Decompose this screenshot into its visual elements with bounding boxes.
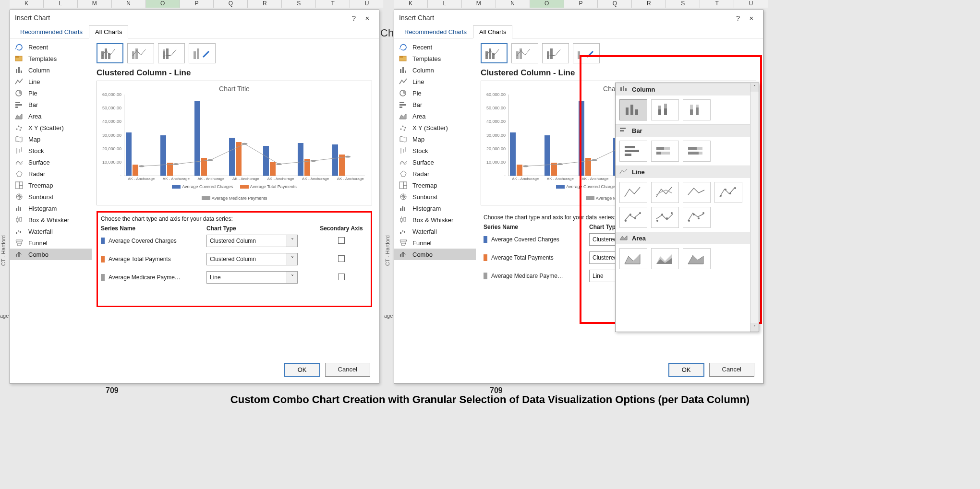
svg-point-145 <box>634 217 636 219</box>
sidebar-item-scatter[interactable]: X Y (Scatter) <box>394 122 476 133</box>
sidebar-item-line[interactable]: Line <box>394 76 476 87</box>
subtype-1[interactable] <box>97 43 123 63</box>
tab-all-charts[interactable]: All Charts <box>89 25 128 38</box>
chevron-down-icon[interactable]: ˅ <box>287 272 297 283</box>
sidebar-item-bar[interactable]: Bar <box>394 99 476 110</box>
subtype-2[interactable] <box>127 43 154 63</box>
sidebar-item-box[interactable]: Box & Whisker <box>394 214 476 226</box>
sidebar-item-waterfall[interactable]: Waterfall <box>394 226 476 237</box>
sidebar-item-column[interactable]: Column <box>10 64 92 76</box>
subtype-custom[interactable] <box>189 43 216 63</box>
sidebar-item-label: Recent <box>28 44 48 51</box>
help-button[interactable]: ? <box>731 14 745 22</box>
flyout-option-area-1[interactable] <box>651 248 679 269</box>
line-icon <box>15 78 24 85</box>
tab-all-charts[interactable]: All Charts <box>473 25 512 38</box>
subtype-2[interactable] <box>511 43 538 63</box>
secondary-axis-checkbox[interactable] <box>338 237 345 244</box>
flyout-option-line-0[interactable] <box>619 182 647 203</box>
close-button[interactable]: × <box>745 14 758 22</box>
sidebar-item-sunburst[interactable]: Sunburst <box>10 191 92 203</box>
sidebar-item-recent[interactable]: Recent <box>10 41 92 53</box>
subtype-3[interactable] <box>158 43 185 63</box>
sidebar-item-area[interactable]: Area <box>10 110 92 122</box>
sidebar-item-map[interactable]: Map <box>394 133 476 145</box>
sidebar-item-waterfall[interactable]: Waterfall <box>10 226 92 237</box>
tab-recommended[interactable]: Recommended Charts <box>14 25 89 38</box>
sidebar-item-combo[interactable]: Combo <box>10 249 92 260</box>
flyout-option-bar-2[interactable] <box>683 141 711 162</box>
sidebar-item-area[interactable]: Area <box>394 110 476 122</box>
chevron-down-icon[interactable]: ˅ <box>287 253 297 265</box>
ok-button[interactable]: OK <box>668 363 704 377</box>
flyout-option-line-4[interactable] <box>619 207 647 228</box>
sidebar-item-radar[interactable]: Radar <box>10 168 92 179</box>
sidebar-item-bar[interactable]: Bar <box>10 99 92 110</box>
secondary-axis-checkbox[interactable] <box>338 255 345 262</box>
flyout-option-column-0[interactable] <box>619 99 647 120</box>
sidebar-item-surface[interactable]: Surface <box>394 156 476 168</box>
sidebar-item-label: Combo <box>28 251 48 258</box>
tab-recommended[interactable]: Recommended Charts <box>398 25 473 38</box>
chevron-down-icon[interactable]: ˅ <box>287 235 297 247</box>
sidebar-item-column[interactable]: Column <box>394 64 476 76</box>
scroll-down-icon[interactable]: ˅ <box>750 323 759 332</box>
flyout-option-line-3[interactable] <box>714 182 742 203</box>
funnel-icon <box>15 239 24 247</box>
flyout-option-column-1[interactable] <box>651 99 679 120</box>
sidebar-item-treemap[interactable]: Treemap <box>10 179 92 191</box>
subtype-3[interactable] <box>542 43 569 63</box>
sidebar-item-stock[interactable]: Stock <box>10 145 92 156</box>
flyout-option-bar-0[interactable] <box>619 141 647 162</box>
sidebar-item-label: Radar <box>412 170 429 178</box>
sidebar-item-histogram[interactable]: Histogram <box>394 203 476 214</box>
sidebar-item-sunburst[interactable]: Sunburst <box>394 191 476 203</box>
svg-rect-32 <box>18 230 19 232</box>
flyout-option-area-2[interactable] <box>683 248 711 269</box>
flyout-option-line-5[interactable] <box>651 207 679 228</box>
chart-type-dropdown[interactable]: Line˅ <box>206 271 298 284</box>
chart-type-dropdown[interactable]: Clustered Column˅ <box>206 235 298 247</box>
series-prompt: Choose the chart type and axis for your … <box>101 215 368 222</box>
sidebar-item-line[interactable]: Line <box>10 76 92 87</box>
close-button[interactable]: × <box>361 14 374 22</box>
sidebar-item-label: Sunburst <box>412 193 437 201</box>
sidebar-item-recent[interactable]: Recent <box>394 41 476 53</box>
sidebar-item-templates[interactable]: Templates <box>394 53 476 64</box>
flyout-section-area: Area <box>616 232 750 244</box>
cancel-button[interactable]: Cancel <box>325 363 370 377</box>
sidebar-item-pie[interactable]: Pie <box>10 87 92 99</box>
series-rows: Average Covered ChargesClustered Column˅… <box>101 232 368 286</box>
flyout-scrollbar[interactable]: ˄ ˅ <box>750 83 759 332</box>
sidebar-item-pie[interactable]: Pie <box>394 87 476 99</box>
scroll-up-icon[interactable]: ˄ <box>750 83 759 92</box>
subtype-custom[interactable] <box>573 43 600 63</box>
sidebar-item-funnel[interactable]: Funnel <box>394 237 476 249</box>
flyout-option-line-6[interactable] <box>683 207 711 228</box>
sidebar-item-stock[interactable]: Stock <box>394 145 476 156</box>
series-row: Average Medicare Payme…Line˅ <box>101 268 368 286</box>
chart-type-dropdown[interactable]: Clustered Column˅ <box>206 253 298 265</box>
secondary-axis-checkbox[interactable] <box>338 274 345 280</box>
ok-button[interactable]: OK <box>284 363 320 377</box>
sidebar-item-radar[interactable]: Radar <box>394 168 476 179</box>
series-name-text: Average Covered Charges <box>109 238 177 244</box>
flyout-section-label: Line <box>632 168 645 176</box>
sidebar-item-treemap[interactable]: Treemap <box>394 179 476 191</box>
sidebar-item-box[interactable]: Box & Whisker <box>10 214 92 226</box>
sidebar-item-combo[interactable]: Combo <box>394 249 476 260</box>
sidebar-item-templates[interactable]: Templates <box>10 53 92 64</box>
cancel-button[interactable]: Cancel <box>709 363 754 377</box>
sidebar-item-map[interactable]: Map <box>10 133 92 145</box>
flyout-option-line-1[interactable] <box>651 182 679 203</box>
subtype-1[interactable] <box>481 43 508 63</box>
sidebar-item-scatter[interactable]: X Y (Scatter) <box>10 122 92 133</box>
help-button[interactable]: ? <box>347 14 361 22</box>
flyout-option-area-0[interactable] <box>619 248 647 269</box>
flyout-option-line-2[interactable] <box>683 182 711 203</box>
flyout-option-column-2[interactable] <box>683 99 711 120</box>
sidebar-item-histogram[interactable]: Histogram <box>10 203 92 214</box>
sidebar-item-surface[interactable]: Surface <box>10 156 92 168</box>
flyout-option-bar-1[interactable] <box>651 141 679 162</box>
sidebar-item-funnel[interactable]: Funnel <box>10 237 92 249</box>
